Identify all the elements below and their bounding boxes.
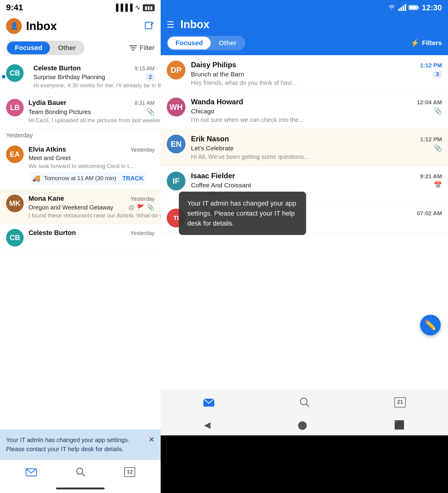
mail-badge: 3 — [433, 70, 442, 78]
it-banner-close-button[interactable]: ✕ — [149, 435, 155, 444]
left-inbox-title: Inbox — [26, 20, 57, 33]
compose-fab[interactable]: ✏️ — [420, 315, 441, 335]
avatar: IF — [167, 172, 186, 190]
it-banner-text: Your IT admin has changed your app setti… — [6, 435, 145, 454]
svg-rect-10 — [400, 7, 402, 11]
mail-subject: Meet and Greet — [28, 155, 71, 162]
compose-icon[interactable] — [144, 21, 155, 32]
search-tab-button[interactable] — [69, 464, 92, 480]
mail-time: 9:21 AM — [420, 173, 442, 180]
filters-label: Filters — [422, 39, 442, 47]
mail-preview: I found these restaurants near our Airbn… — [28, 212, 161, 219]
right-mail-tab-button[interactable] — [194, 394, 224, 410]
mail-time: Yesterday — [131, 147, 155, 153]
right-other-tab[interactable]: Other — [211, 37, 244, 49]
list-item[interactable]: CB Celeste Burton Yesterday — [0, 224, 161, 252]
svg-line-8 — [82, 474, 85, 476]
left-status-icons: ▐▐▐▐ ∿ ▮▮▮ — [114, 4, 155, 12]
battery-icon: ▮▮▮ — [143, 4, 155, 11]
right-focused-tab[interactable]: Focused — [168, 37, 211, 49]
recents-button[interactable]: ⬛ — [394, 420, 405, 430]
calendar-tab-button[interactable]: 12 — [118, 465, 141, 479]
home-button[interactable]: ⬤ — [298, 420, 307, 430]
svg-rect-15 — [410, 6, 417, 9]
user-avatar[interactable]: 👤 — [6, 18, 22, 34]
mail-subject: Surprise Birthday Planning — [33, 74, 105, 81]
mail-content: Celeste Burton Yesterday — [28, 229, 155, 246]
svg-line-18 — [306, 404, 309, 407]
svg-rect-0 — [145, 22, 152, 29]
attachment-icon: 📎 — [434, 144, 442, 152]
right-inbox-title: Inbox — [180, 18, 442, 31]
battery-icon — [409, 5, 419, 10]
track-button[interactable]: TRACK — [122, 175, 144, 182]
track-text: Tomorrow at 11 AM (30 min) — [44, 175, 116, 182]
home-bar — [56, 488, 105, 489]
truck-icon: 🚚 — [32, 174, 40, 182]
attachment-icon: 📎 — [147, 204, 155, 211]
android-nav-bar: ◀ ⬤ ⬛ — [161, 414, 448, 435]
right-panel-bottom — [161, 435, 448, 493]
signal-icon — [398, 4, 406, 11]
list-item[interactable]: DP Daisy Philips 1:12 PM Brunch at the B… — [161, 55, 448, 92]
mail-sender: Elvia Atkins — [28, 146, 66, 153]
svg-rect-11 — [403, 6, 404, 11]
mail-subject: Coffee And Croissant — [191, 182, 251, 189]
list-item[interactable]: LB Lydia Bauer 8:31 AM Team Bonding Pict… — [0, 94, 161, 129]
svg-point-17 — [300, 398, 307, 405]
right-tab-buttons: Focused Other — [167, 36, 245, 50]
track-row: 🚚 Tomorrow at 11 AM (30 min) TRACK — [28, 172, 147, 185]
svg-rect-14 — [418, 6, 419, 9]
left-status-bar: 9:41 ▐▐▐▐ ∿ ▮▮▮ — [0, 0, 161, 15]
avatar: WH — [167, 98, 186, 116]
mail-tab-button[interactable] — [19, 465, 43, 479]
right-calendar-tab-button[interactable]: 21 — [385, 394, 415, 411]
left-header: 👤 Inbox — [0, 15, 161, 38]
mail-time: 07:02 AM — [417, 210, 442, 217]
svg-point-7 — [77, 468, 83, 474]
left-tab-buttons: Focused Other — [6, 41, 85, 55]
left-focused-tab[interactable]: Focused — [7, 42, 50, 54]
mail-sender: Celeste Burton — [28, 229, 76, 237]
right-status-bar: 12:30 — [161, 0, 448, 15]
list-item[interactable]: MK Mona Kane Yesterday Oregon and Weeken… — [0, 190, 161, 224]
list-item[interactable]: CB Celeste Burton 9:15 AM Surprise Birth… — [0, 59, 161, 94]
tooltip-text: Your IT admin has changed your app setti… — [187, 200, 296, 227]
mail-time: 1:12 PM — [420, 136, 442, 143]
home-indicator — [0, 484, 161, 493]
left-mail-list: CB Celeste Burton 9:15 AM Surprise Birth… — [0, 59, 161, 429]
mail-preview: Hey friends, what do you think of havi..… — [191, 79, 297, 86]
mail-content: Erik Nason 1:12 PM Let's Celebrate 📎 Hi … — [191, 135, 442, 160]
attachment-icon: 📎 — [146, 108, 155, 116]
mail-time: 8:31 AM — [135, 100, 155, 106]
avatar: CB — [6, 229, 24, 246]
unread-dot — [2, 75, 5, 79]
calendar-icon: 📅 — [434, 181, 442, 189]
mail-sender: Celeste Burton — [33, 64, 81, 72]
left-filter-button[interactable]: Filter — [129, 44, 155, 52]
back-button[interactable]: ◀ — [204, 420, 211, 430]
hamburger-icon[interactable]: ☰ — [167, 20, 174, 30]
svg-rect-9 — [398, 8, 400, 11]
right-panel: 12:30 ☰ Inbox Focused Other ⚡ Filters DP… — [161, 0, 448, 493]
right-search-tab-button[interactable] — [290, 394, 319, 411]
compose-fab-icon: ✏️ — [424, 319, 436, 331]
mail-subject: Team Bonding Pictures — [28, 109, 91, 116]
mail-content: Wanda Howard 12:04 AM Chicago 📎 I'm not … — [191, 98, 442, 123]
mail-subject: Let's Celebrate — [191, 145, 234, 152]
list-item[interactable]: WH Wanda Howard 12:04 AM Chicago 📎 I'm n… — [161, 92, 448, 129]
list-item[interactable]: EN Erik Nason 1:12 PM Let's Celebrate 📎 … — [161, 129, 448, 166]
filters-button[interactable]: ⚡ Filters — [410, 39, 442, 47]
it-tooltip: Your IT admin has changed your app setti… — [179, 192, 306, 235]
mail-sender: Lydia Bauer — [28, 99, 66, 107]
avatar: DP — [167, 61, 186, 79]
right-tabs-row: Focused Other ⚡ Filters — [161, 36, 448, 55]
list-item[interactable]: EA Elvia Atkins Yesterday Meet and Greet… — [0, 141, 161, 190]
left-other-tab[interactable]: Other — [50, 42, 84, 54]
mail-subject: Chicago — [191, 108, 214, 115]
mail-preview: Hi everyone, 4:30 works for me, I'll alr… — [33, 82, 161, 89]
left-tabs-row: Focused Other Filter — [0, 38, 161, 59]
filter-label: Filter — [140, 44, 155, 52]
mail-time: 12:04 AM — [417, 99, 442, 106]
left-panel: 9:41 ▐▐▐▐ ∿ ▮▮▮ 👤 Inbox Focused Other — [0, 0, 161, 493]
